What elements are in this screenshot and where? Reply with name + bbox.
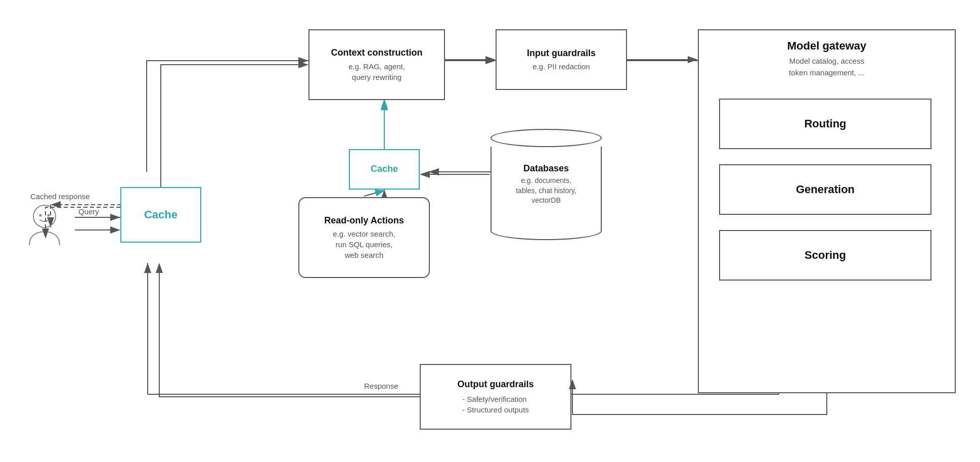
scoring-box: Scoring [719, 230, 931, 281]
cache-main-box: Cache [120, 187, 201, 243]
svg-point-16 [33, 205, 56, 227]
output-guardrails-box: Output guardrails - Safety/verification-… [420, 364, 571, 430]
svg-line-26 [364, 191, 384, 196]
response-label: Response [364, 382, 398, 390]
routing-box: Routing [719, 99, 931, 149]
svg-point-17 [39, 214, 42, 217]
cached-response-label: Cached response [30, 192, 90, 201]
read-only-actions-box: Read-only Actions e.g. vector search,run… [298, 197, 430, 278]
model-gateway-subtitle: Model catalog, accesstoken management, .… [709, 56, 945, 78]
query-label: Query [78, 207, 99, 216]
databases-cylinder: Databases e.g. documents,tables, chat hi… [491, 129, 602, 240]
generation-box: Generation [719, 164, 931, 215]
cache-small-box: Cache [349, 149, 420, 190]
diagram-container: Query Cached response Response Cache Con… [0, 0, 980, 462]
context-construction-box: Context construction e.g. RAG, agent,que… [308, 29, 445, 100]
model-gateway-box: Model gateway Model catalog, accesstoken… [698, 29, 956, 393]
svg-point-18 [48, 214, 50, 217]
user-icon [24, 202, 65, 250]
model-gateway-title: Model gateway [709, 39, 945, 53]
input-guardrails-box: Input guardrails e.g. PII redaction [496, 29, 627, 90]
